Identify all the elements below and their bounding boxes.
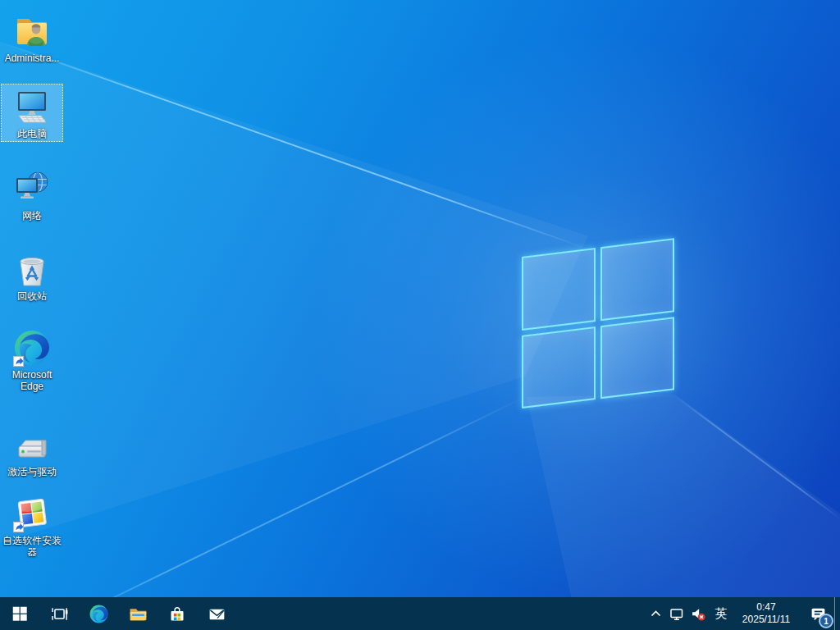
ime-language-indicator[interactable]: 英: [709, 597, 733, 630]
icon-label: Administra...: [2, 52, 62, 64]
mail-icon: [207, 604, 227, 624]
microsoft-store-icon: [167, 604, 187, 623]
edge-icon: [89, 604, 109, 624]
taskbar-store-button[interactable]: [158, 597, 197, 630]
taskbar-file-explorer-button[interactable]: [118, 597, 158, 630]
icon-label: Microsoft Edge: [2, 369, 62, 392]
recycle-bin-icon: [12, 249, 52, 289]
desktop-icon-recycle-bin[interactable]: 回收站: [1, 246, 63, 304]
edge-icon: [12, 328, 52, 368]
ime-label: 英: [715, 606, 728, 622]
desktop-icon-administrator[interactable]: Administra...: [1, 8, 63, 66]
desktop-icon-software-installer[interactable]: 自选软件安装器: [1, 491, 63, 560]
speaker-muted-icon: [691, 607, 705, 621]
windows-logo-wallpaper: [522, 238, 674, 409]
task-view-icon: [50, 605, 69, 623]
taskbar-mail-button[interactable]: [197, 597, 236, 630]
system-tray: 英 0:47 2025/11/11 1: [645, 597, 840, 630]
taskbar: 英 0:47 2025/11/11 1: [0, 597, 840, 630]
hard-drive-icon: [12, 428, 52, 464]
user-folder-icon: [12, 11, 52, 51]
task-view-button[interactable]: [39, 597, 79, 630]
start-button[interactable]: [0, 597, 39, 630]
icon-label: 回收站: [2, 290, 62, 302]
taskbar-edge-button[interactable]: [79, 597, 118, 630]
ethernet-network-icon: [669, 607, 684, 621]
volume-tray-button[interactable]: [687, 597, 709, 630]
tray-overflow-button[interactable]: [645, 597, 666, 630]
icon-label: 此电脑: [2, 128, 62, 139]
desktop-icon-this-pc[interactable]: 此电脑: [1, 84, 63, 142]
clock-time: 0:47: [738, 601, 794, 614]
action-center-button[interactable]: 1: [801, 597, 834, 630]
icon-label: 激活与驱动: [2, 466, 62, 477]
clock-date: 2025/11/11: [738, 614, 794, 626]
windows-desktop: Administra... 此电脑 网络: [0, 0, 840, 630]
clock[interactable]: 0:47 2025/11/11: [738, 601, 794, 626]
desktop-wallpaper[interactable]: [0, 0, 840, 597]
icon-label: 自选软件安装器: [2, 535, 62, 558]
desktop-icon-activation-drivers[interactable]: 激活与驱动: [1, 425, 63, 480]
installer-icon: [12, 494, 52, 533]
desktop-icon-microsoft-edge[interactable]: Microsoft Edge: [1, 325, 63, 395]
windows-logo-icon: [11, 605, 29, 623]
notification-count-badge: 1: [819, 614, 833, 628]
desktop-icon-network[interactable]: 网络: [1, 166, 63, 224]
network-globe-icon: [12, 169, 52, 208]
icon-label: 网络: [2, 210, 62, 221]
network-tray-button[interactable]: [666, 597, 687, 630]
show-desktop-button[interactable]: [834, 597, 840, 630]
computer-icon: [12, 87, 52, 126]
chevron-up-icon: [650, 608, 662, 620]
file-explorer-icon: [128, 604, 148, 624]
